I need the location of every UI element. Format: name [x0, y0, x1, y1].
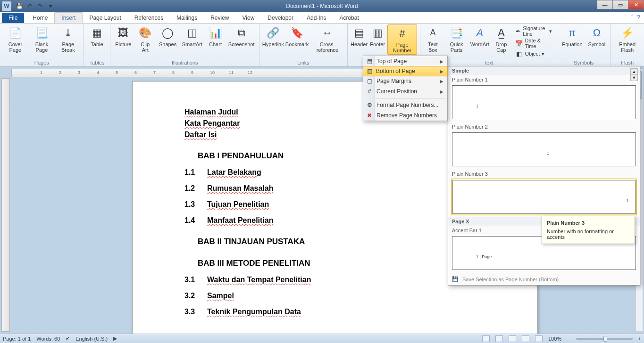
- status-bar: Page: 1 of 1 Words: 60 ✔ English (U.S.) …: [0, 334, 644, 343]
- status-page[interactable]: Page: 1 of 1: [3, 336, 31, 342]
- group-illustrations: 🖼Picture 🎨Clip Art ◯Shapes ◫SmartArt 📊Ch…: [110, 24, 259, 66]
- group-symbols: πEquation ΩSymbol Symbols: [557, 24, 611, 66]
- ribbon: 📄Cover Page 📃Blank Page ⤓Page Break Page…: [0, 24, 644, 67]
- symbol-button[interactable]: ΩSymbol: [586, 24, 608, 48]
- gallery-plain-number-2[interactable]: 1: [452, 132, 636, 166]
- menu-page-margins[interactable]: ▢Page Margins▶: [363, 76, 447, 86]
- title-bar: W 💾 ↶ ↷ ▾ Document1 - Microsoft Word — ▭…: [0, 0, 644, 12]
- status-zoom[interactable]: 100%: [548, 336, 561, 342]
- doc-heading: BAB III METODE PENELITIAN: [198, 259, 485, 268]
- view-full-screen-icon[interactable]: [495, 335, 503, 342]
- clipart-button[interactable]: 🎨Clip Art: [135, 24, 155, 54]
- view-print-layout-icon[interactable]: [482, 335, 490, 342]
- view-web-layout-icon[interactable]: [509, 335, 516, 342]
- view-outline-icon[interactable]: [522, 335, 529, 342]
- doc-text: Kata Pengantar: [184, 119, 240, 127]
- gallery-item-label: Plain Number 3: [448, 169, 640, 178]
- page-number-gallery: ▲ ▼ Simple Plain Number 1 1 Plain Number…: [448, 66, 640, 286]
- page-number-menu: ▤Top of Page▶ ▥Bottom of Page▶ ▢Page Mar…: [363, 56, 448, 121]
- doc-text: Halaman Judul: [184, 108, 238, 116]
- cover-page-button[interactable]: 📄Cover Page: [3, 24, 28, 54]
- tab-mailings[interactable]: Mailings: [170, 13, 204, 23]
- quick-access-toolbar: 💾 ↶ ↷ ▾: [13, 2, 55, 10]
- save-icon[interactable]: 💾: [15, 2, 24, 10]
- quickparts-button[interactable]: 📑Quick Parts: [444, 24, 469, 54]
- group-links: 🔗Hyperlink 🔖Bookmark ↔Cross-reference Li…: [259, 24, 348, 66]
- date-time-button[interactable]: 📅Date & Time: [515, 38, 552, 49]
- menu-top-of-page[interactable]: ▤Top of Page▶: [363, 56, 447, 66]
- qat-more-icon[interactable]: ▾: [46, 2, 55, 10]
- undo-icon[interactable]: ↶: [25, 2, 34, 10]
- picture-button[interactable]: 🖼Picture: [113, 24, 133, 48]
- tab-references[interactable]: References: [128, 13, 170, 23]
- minimize-ribbon-icon[interactable]: ˄: [631, 14, 634, 21]
- table-button[interactable]: ▦Table: [86, 24, 107, 48]
- close-button[interactable]: ✕: [628, 0, 644, 9]
- chart-button[interactable]: 📊Chart: [206, 24, 225, 48]
- window-title: Document1 - Microsoft Word: [0, 3, 644, 9]
- page-number-button[interactable]: #Page Number: [387, 24, 417, 55]
- tab-review[interactable]: Review: [204, 13, 235, 23]
- doc-heading: BAB I PENDAHULUAN: [198, 151, 485, 161]
- tab-file[interactable]: File: [2, 13, 24, 23]
- gallery-plain-number-1[interactable]: 1: [452, 85, 636, 119]
- gallery-header: Simple: [448, 66, 640, 75]
- gallery-item-label: Plain Number 2: [448, 122, 640, 131]
- crossref-button[interactable]: ↔Cross-reference: [310, 24, 344, 54]
- gallery-item-label: Plain Number 1: [448, 75, 640, 83]
- footer-button[interactable]: ▥Footer: [369, 24, 385, 48]
- zoom-slider[interactable]: [576, 338, 633, 340]
- menu-format-page-numbers[interactable]: ⚙Format Page Numbers...: [363, 100, 447, 110]
- view-draft-icon[interactable]: [535, 335, 543, 342]
- tab-acrobat[interactable]: Acrobat: [333, 13, 365, 23]
- tooltip: Plain Number 3 Number with no formatting…: [542, 216, 635, 244]
- group-tables: ▦Table Tables: [84, 24, 110, 66]
- wordart-button[interactable]: AWordArt: [470, 24, 489, 48]
- proofing-icon[interactable]: ✔: [66, 335, 70, 342]
- save-selection-icon: 💾: [452, 276, 459, 282]
- vertical-ruler[interactable]: [1, 78, 10, 332]
- gallery-scroll-down[interactable]: ▼: [630, 74, 638, 81]
- group-pages: 📄Cover Page 📃Blank Page ⤓Page Break Page…: [0, 24, 84, 66]
- macro-icon[interactable]: ▶: [113, 335, 117, 342]
- zoom-in-button[interactable]: +: [638, 336, 641, 342]
- word-icon: W: [2, 1, 11, 11]
- page-break-button[interactable]: ⤓Page Break: [56, 24, 80, 54]
- hyperlink-button[interactable]: 🔗Hyperlink: [262, 24, 284, 48]
- status-words[interactable]: Words: 60: [36, 336, 60, 342]
- window-controls: — ▭ ✕: [597, 0, 644, 9]
- tab-view[interactable]: View: [236, 13, 261, 23]
- tab-developer[interactable]: Developer: [261, 13, 300, 23]
- embed-flash-button[interactable]: ⚡Embed Flash: [613, 24, 641, 54]
- doc-heading: BAB II TINJAUAN PUSTAKA: [198, 237, 485, 246]
- equation-button[interactable]: πEquation: [560, 24, 584, 48]
- status-language[interactable]: English (U.S.): [75, 336, 108, 342]
- zoom-out-button[interactable]: −: [567, 336, 570, 342]
- gallery-plain-number-3[interactable]: 1: [451, 179, 637, 215]
- tab-page-layout[interactable]: Page Layout: [83, 13, 127, 23]
- tab-addins[interactable]: Add-Ins: [300, 13, 333, 23]
- minimize-button[interactable]: —: [597, 0, 613, 9]
- header-button[interactable]: ▤Header: [351, 24, 368, 48]
- screenshot-button[interactable]: ⧉Screenshot: [226, 24, 256, 48]
- maximize-button[interactable]: ▭: [612, 0, 628, 9]
- textbox-button[interactable]: AText Box: [423, 24, 442, 54]
- dropcap-button[interactable]: A̲Drop Cap: [491, 24, 511, 54]
- group-flash: ⚡Embed Flash Flash: [611, 24, 644, 66]
- help-icon[interactable]: ?: [637, 14, 640, 21]
- gallery-save-selection: 💾 Save Selection as Page Number (Bottom): [448, 273, 640, 285]
- tab-home[interactable]: Home: [26, 13, 54, 23]
- signature-line-button[interactable]: ✒Signature Line ▾: [515, 25, 552, 37]
- gallery-scroll-up[interactable]: ▲: [630, 68, 638, 75]
- menu-remove-page-numbers[interactable]: ✖Remove Page Numbers: [363, 110, 447, 121]
- bookmark-button[interactable]: 🔖Bookmark: [285, 24, 308, 48]
- tab-insert[interactable]: Insert: [54, 12, 83, 23]
- shapes-button[interactable]: ◯Shapes: [157, 24, 178, 48]
- redo-icon[interactable]: ↷: [36, 2, 44, 10]
- tooltip-title: Plain Number 3: [547, 220, 630, 226]
- smartart-button[interactable]: ◫SmartArt: [180, 24, 204, 48]
- blank-page-button[interactable]: 📃Blank Page: [30, 24, 54, 54]
- menu-bottom-of-page[interactable]: ▥Bottom of Page▶: [363, 66, 448, 76]
- object-button[interactable]: ◧Object ▾: [515, 50, 552, 57]
- menu-current-position[interactable]: #Current Position▶: [363, 86, 447, 97]
